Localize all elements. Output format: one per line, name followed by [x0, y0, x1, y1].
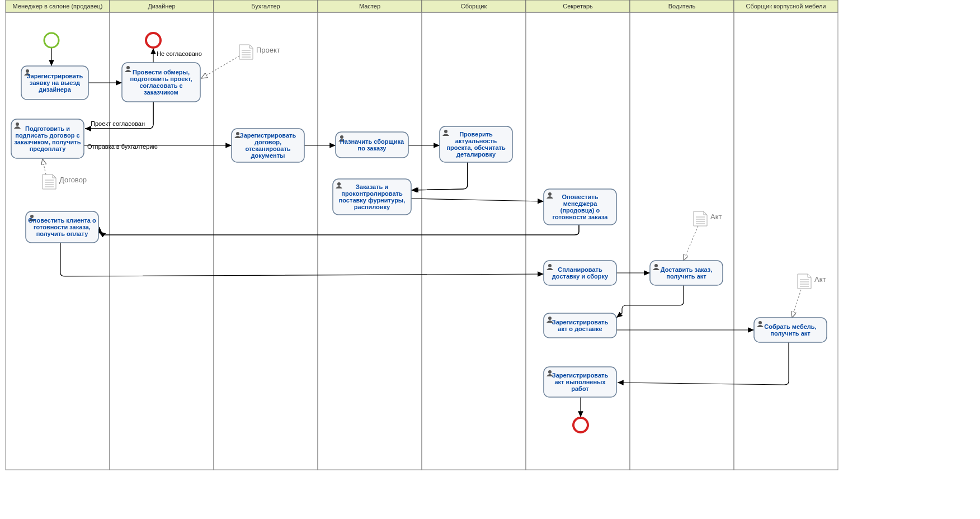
task-t9[interactable]: Оповестить клиента оготовности заказа,по… — [26, 211, 98, 243]
svg-point-31 — [548, 192, 552, 196]
lane-body — [318, 12, 422, 470]
task-t5[interactable]: Назначить сборщикапо заказу — [336, 132, 408, 158]
task-label: Зарегистрировать — [27, 73, 83, 79]
task-label: Назначить сборщика — [340, 138, 404, 145]
association — [43, 159, 46, 174]
task-label: проконтролировать — [341, 190, 403, 197]
document-artifact: Акт — [694, 211, 722, 226]
task-label: готовности заказа, — [34, 224, 91, 230]
task-t11[interactable]: Доставить заказ,получить акт — [650, 261, 723, 285]
edge-label: Отправка в бухгалтерию — [87, 143, 158, 150]
svg-point-39 — [548, 317, 552, 320]
edge-label: Не согласовано — [157, 50, 202, 57]
lane-title: Водитель — [668, 3, 696, 10]
document-label: Акт — [814, 275, 826, 284]
svg-point-21 — [16, 122, 19, 126]
end-event — [573, 418, 588, 432]
task-label: Оповестить клиента о — [28, 217, 96, 224]
svg-point-27 — [444, 130, 447, 133]
document-label: Акт — [710, 213, 722, 221]
task-t10[interactable]: Спланироватьдоставку и сборку — [544, 261, 616, 285]
task-t2[interactable]: Провести обмеры,подготовить проект,согла… — [122, 63, 200, 102]
svg-point-19 — [126, 66, 130, 69]
task-label: Оповестить — [562, 194, 599, 200]
task-label: заказчиком — [144, 89, 178, 96]
flow — [411, 162, 468, 190]
task-label: Заказать и — [356, 183, 388, 190]
task-label: готовности заказа — [553, 214, 609, 220]
svg-point-37 — [654, 264, 658, 267]
task-label: проекта, обсчитать — [446, 144, 506, 151]
task-t8[interactable]: Оповеститьменеджера(продовца) оготовност… — [544, 189, 616, 225]
task-t1[interactable]: Зарегистрироватьзаявку на выезддизайнера — [21, 66, 88, 100]
task-label: Спланировать — [558, 266, 602, 273]
task-label: поставку фурнитуры, — [339, 197, 406, 204]
task-label: заявку на выезд — [30, 79, 80, 86]
task-label: Подготовить и — [25, 125, 70, 132]
task-label: акт о доставке — [558, 325, 602, 332]
task-label: деталировку — [456, 151, 496, 158]
task-label: подписать договор с — [15, 132, 79, 139]
task-label: отсканировать — [245, 145, 290, 152]
association — [201, 56, 239, 78]
task-label: получить оплату — [36, 230, 89, 237]
edge-label: Проект согласован — [91, 120, 145, 127]
task-label: Зарегистрировать — [552, 372, 609, 379]
flow — [618, 342, 789, 385]
lane-title: Секретарь — [563, 3, 593, 10]
svg-point-35 — [548, 264, 552, 267]
task-t6[interactable]: Проверитьактуальностьпроекта, обсчитатьд… — [440, 126, 512, 162]
document-label: Договор — [59, 176, 87, 184]
task-label: предоплату — [30, 145, 67, 152]
task-t7[interactable]: Заказать ипроконтролироватьпоставку фурн… — [333, 179, 411, 215]
task-label: документы — [251, 152, 285, 159]
task-label: Провести обмеры, — [133, 69, 190, 76]
lane-body — [734, 12, 838, 470]
association — [792, 290, 801, 318]
task-label: распиловку — [354, 204, 390, 210]
task-t14[interactable]: Зарегистрироватьакт выполненыхработ — [544, 367, 616, 397]
document-artifact: Договор — [43, 174, 87, 189]
task-t12[interactable]: Зарегистрироватьакт о доставке — [544, 313, 616, 338]
document-label: Проект — [256, 46, 280, 54]
svg-point-41 — [758, 321, 762, 324]
lane-title: Мастер — [359, 3, 380, 10]
task-label: (продовца) о — [560, 207, 600, 214]
lane-title: Дизайнер — [148, 3, 175, 10]
task-t3[interactable]: Подготовить иподписать договор сзаказчик… — [11, 119, 84, 158]
lane-title: Сборщик корпусной мебели — [746, 3, 826, 10]
task-label: доставку и сборку — [552, 273, 609, 280]
task-label: по заказу — [358, 145, 387, 152]
svg-point-43 — [548, 370, 552, 374]
lane-body — [526, 12, 630, 470]
lane-body — [630, 12, 734, 470]
task-t13[interactable]: Собрать мебель,получить акт — [754, 318, 827, 342]
task-label: акт выполненых — [554, 379, 606, 385]
task-label: Доставить заказ, — [661, 266, 713, 273]
task-label: подготовить проект, — [130, 76, 192, 82]
start-event — [44, 33, 59, 48]
lane-title: Бухгалтер — [251, 3, 280, 10]
task-label: получить акт — [770, 330, 811, 337]
task-label: работ — [571, 385, 589, 392]
association — [684, 226, 698, 261]
task-label: договор, — [255, 139, 281, 145]
flow — [616, 285, 684, 318]
flow — [100, 225, 579, 235]
task-label: актуальность — [455, 138, 497, 144]
task-label: дизайнера — [39, 86, 71, 93]
lane-title: Сборщик — [461, 3, 487, 10]
lane-body — [214, 12, 318, 470]
flow — [60, 243, 544, 276]
svg-point-23 — [236, 132, 239, 135]
task-t4[interactable]: Зарегистрироватьдоговор,отсканироватьдок… — [232, 129, 304, 162]
task-label: Собрать мебель, — [764, 323, 816, 330]
task-label: Зарегистрировать — [240, 132, 296, 139]
task-label: Проверить — [459, 131, 493, 138]
svg-point-29 — [337, 182, 341, 186]
task-label: получить акт — [666, 273, 706, 280]
end-event — [146, 33, 161, 48]
task-label: заказчиком, получить — [15, 139, 81, 145]
task-label: согласовать с — [139, 82, 182, 89]
task-label: менеджера — [563, 200, 597, 207]
